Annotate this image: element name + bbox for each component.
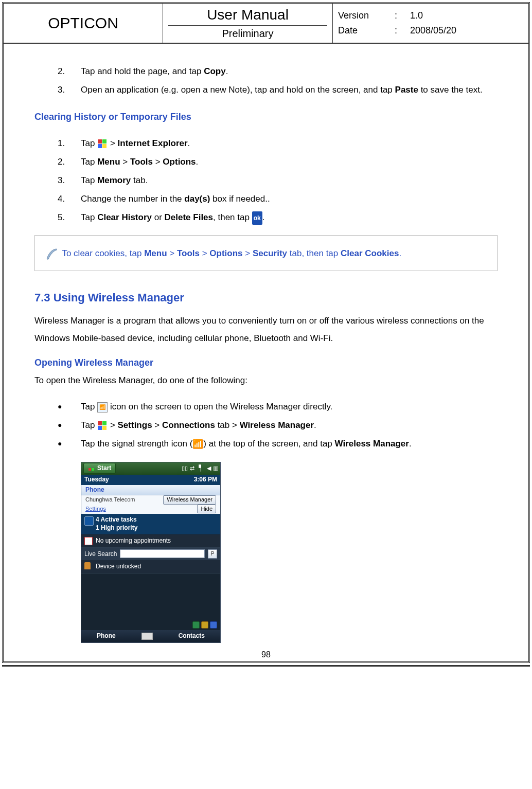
- bullet-text: >: [110, 420, 118, 430]
- clear-step-1: 1. Tap > Internet Explorer.: [58, 135, 498, 152]
- step-text: Tap and hold the page, and tap: [81, 66, 204, 76]
- version-label: Version: [338, 10, 395, 21]
- open-intro: To open the Wireless Manager, do one of …: [34, 372, 498, 389]
- hide-button[interactable]: Hide: [197, 505, 216, 513]
- device-unlocked-row[interactable]: Device unlocked: [81, 560, 220, 573]
- svg-rect-4: [98, 421, 102, 425]
- footer-rule: [2, 665, 530, 667]
- live-search-row: Live Search P: [81, 548, 220, 560]
- step-text: Tap: [81, 212, 97, 222]
- bold-connections: Connections: [162, 420, 215, 430]
- step-text: >: [153, 157, 163, 167]
- tasks-line-1: 4 Active tasks: [96, 515, 216, 524]
- contacts-softkey[interactable]: Contacts: [179, 632, 205, 640]
- search-go-button[interactable]: P: [208, 549, 217, 559]
- search-input[interactable]: [120, 549, 205, 558]
- step-text: box if needed..: [210, 194, 270, 204]
- ss-topbar: Start ▯▯ ⇄ ▝▏ ◀ ▥: [81, 462, 220, 475]
- bullet-dot: ●: [58, 435, 81, 451]
- keyboard-icon[interactable]: [141, 633, 153, 640]
- bullet-text: .: [314, 420, 316, 430]
- bold-wireless-manager: Wireless Manager: [240, 420, 314, 430]
- bullet-text: tab >: [215, 420, 240, 430]
- settings-link[interactable]: Settings: [85, 505, 106, 513]
- step-2: 2. Tap and hold the page, and tap Copy.: [58, 63, 498, 80]
- start-flag-icon: [97, 421, 108, 431]
- bold-security: Security: [253, 248, 287, 258]
- bullet-3: ● Tap the signal strength icon (📶) at th…: [58, 435, 498, 453]
- hint-text: >: [200, 248, 209, 258]
- step-text: Tap: [81, 138, 97, 148]
- phone-softkey[interactable]: Phone: [97, 632, 116, 640]
- bold-menu: Menu: [97, 157, 120, 167]
- appointments-row[interactable]: No upcoming appointments: [81, 534, 220, 548]
- bold-days: day(s): [184, 194, 210, 204]
- carrier-label: Chunghwa Telecom: [85, 496, 135, 504]
- doc-title-block: User Manual Preliminary: [163, 4, 333, 43]
- tray-icons[interactable]: [192, 621, 217, 629]
- heading-clearing-history: Clearing History or Temporary Files: [34, 107, 498, 126]
- step-text: >: [120, 157, 130, 167]
- bullet-2: ● Tap > Settings > Connections tab > Wir…: [58, 417, 498, 434]
- heading-opening-wireless-manager: Opening Wireless Manager: [34, 353, 498, 372]
- feather-icon: [45, 248, 60, 260]
- start-flag-icon: [97, 139, 108, 149]
- bullet-1: ● Tap 📶 icon on the screen to open the W…: [58, 398, 498, 416]
- step-text: Change the number in the: [81, 194, 184, 204]
- bullet-text: icon on the screen to open the Wireless …: [110, 402, 332, 411]
- clear-step-4: 4. Change the number in the day(s) box i…: [58, 190, 498, 208]
- clear-step-5: 5. Tap Clear History or Delete Files, th…: [58, 209, 498, 226]
- bold-menu: Menu: [144, 248, 167, 258]
- bold-delete-files: Delete Files: [165, 212, 214, 222]
- tasks-line-2: 1 High priority: [96, 524, 216, 532]
- clear-steps: 1. Tap > Internet Explorer. 2. Tap Menu …: [34, 135, 498, 226]
- antenna-icon: ▝▏: [197, 464, 205, 472]
- live-search-label: Live Search: [84, 550, 117, 559]
- bold-copy: Copy: [204, 66, 226, 76]
- signal-icon: ▯▯: [182, 464, 188, 472]
- tray-icon-1[interactable]: [192, 621, 200, 629]
- bullet-text: >: [152, 420, 162, 430]
- tasks-row[interactable]: 4 Active tasks 1 High priority: [81, 514, 220, 535]
- step-text: .: [188, 138, 190, 148]
- windows-icon: [88, 465, 95, 472]
- start-label: Start: [97, 464, 111, 473]
- version-value: 1.0: [410, 10, 423, 21]
- bold-ie: Internet Explorer: [118, 138, 188, 148]
- step-number: 1.: [58, 135, 81, 152]
- bullet-text: Tap the signal strength icon (: [81, 439, 192, 449]
- step-number: 5.: [58, 209, 81, 226]
- phone-panel-header: Phone: [81, 485, 220, 495]
- doc-title: User Manual: [168, 7, 327, 26]
- doc-subtitle: Preliminary: [168, 26, 327, 40]
- hint-text: >: [243, 248, 253, 258]
- bullet-text: ) at the top of the screen, and tap: [203, 439, 334, 449]
- wireless-manager-button[interactable]: Wireless Manager: [163, 495, 216, 504]
- document-header: OPTICON User Manual Preliminary Version …: [4, 4, 528, 44]
- start-button[interactable]: Start: [83, 463, 116, 474]
- heading-7-3: 7.3 Using Wireless Manager: [34, 286, 498, 309]
- signal-arrows-icon: ⇄: [190, 464, 194, 472]
- date-label: Date: [338, 25, 395, 36]
- step-text: Tap: [81, 175, 97, 185]
- bullet-dot: ●: [58, 417, 81, 432]
- svg-rect-1: [102, 139, 107, 144]
- bullet-dot: ●: [58, 398, 81, 414]
- continuation-steps: 2. Tap and hold the page, and tap Copy. …: [34, 63, 498, 99]
- bold-settings: Settings: [118, 420, 152, 430]
- tray-icon-2[interactable]: [201, 621, 208, 629]
- day-label: Tuesday: [84, 475, 109, 484]
- tray-icon-3[interactable]: [210, 621, 217, 629]
- svg-rect-2: [98, 144, 102, 148]
- step-text: , then tap: [213, 212, 252, 222]
- hint-clear-cookies: To clear cookies, tap Menu > Tools > Opt…: [34, 235, 498, 271]
- date-value: 2008/05/20: [410, 25, 456, 36]
- bold-tools: Tools: [177, 248, 200, 258]
- page-number: 98: [4, 648, 528, 661]
- hint-text: To clear cookies, tap: [62, 248, 144, 258]
- step-text: >: [110, 138, 118, 148]
- bullet-text: .: [409, 439, 412, 449]
- clear-step-2: 2. Tap Menu > Tools > Options.: [58, 153, 498, 171]
- status-icons[interactable]: ▯▯ ⇄ ▝▏ ◀ ▥: [182, 464, 218, 472]
- bold-clear-history: Clear History: [97, 212, 152, 222]
